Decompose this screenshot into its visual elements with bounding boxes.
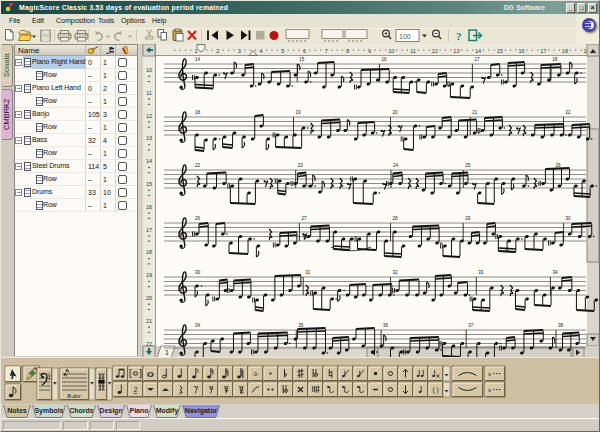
svg-text:17: 17 bbox=[474, 57, 480, 62]
svg-text:100: 100 bbox=[399, 33, 411, 40]
svg-text:s: s bbox=[488, 387, 491, 393]
svg-text:10: 10 bbox=[146, 67, 152, 73]
svg-text:8: 8 bbox=[346, 48, 349, 54]
svg-text:11: 11 bbox=[146, 90, 152, 96]
svg-text:12: 12 bbox=[432, 48, 438, 54]
svg-text:11: 11 bbox=[410, 48, 416, 54]
svg-text:13: 13 bbox=[146, 135, 152, 141]
svg-text:-3-: -3- bbox=[252, 371, 259, 377]
svg-text:31: 31 bbox=[305, 270, 311, 275]
svg-text:28: 28 bbox=[393, 216, 399, 221]
svg-text:6: 6 bbox=[303, 48, 306, 54]
svg-text:14: 14 bbox=[195, 57, 201, 62]
svg-text:4: 4 bbox=[260, 48, 263, 54]
svg-text:26: 26 bbox=[555, 163, 561, 168]
svg-text:38: 38 bbox=[558, 323, 564, 328]
svg-text:18: 18 bbox=[195, 110, 201, 115]
svg-text:33: 33 bbox=[478, 270, 484, 275]
svg-text:12: 12 bbox=[146, 113, 152, 119]
svg-text:22: 22 bbox=[566, 110, 572, 115]
svg-text:18: 18 bbox=[562, 48, 568, 54]
svg-text:25: 25 bbox=[465, 163, 471, 168]
svg-text:20: 20 bbox=[393, 110, 399, 115]
svg-text:21: 21 bbox=[146, 318, 152, 324]
svg-text:34: 34 bbox=[552, 270, 558, 275]
svg-text:30: 30 bbox=[566, 216, 572, 221]
svg-text:2: 2 bbox=[216, 48, 219, 54]
svg-text:21: 21 bbox=[472, 110, 478, 115]
svg-text:B-dur: B-dur bbox=[67, 393, 82, 399]
svg-text:35: 35 bbox=[298, 323, 304, 328]
svg-text:19: 19 bbox=[296, 110, 302, 115]
svg-text:37: 37 bbox=[468, 323, 474, 328]
svg-text:1: 1 bbox=[165, 349, 169, 356]
svg-text:18: 18 bbox=[552, 57, 558, 62]
svg-text:24: 24 bbox=[393, 163, 399, 168]
svg-text:14: 14 bbox=[146, 158, 152, 164]
svg-text:15: 15 bbox=[299, 57, 305, 62]
svg-text:22: 22 bbox=[195, 163, 201, 168]
svg-text:13: 13 bbox=[453, 48, 459, 54]
svg-text:16: 16 bbox=[381, 57, 387, 62]
svg-text:7: 7 bbox=[325, 48, 328, 54]
svg-text:26: 26 bbox=[195, 216, 201, 221]
svg-text:18: 18 bbox=[146, 249, 152, 255]
svg-text:32: 32 bbox=[393, 270, 399, 275]
svg-text:5: 5 bbox=[281, 48, 284, 54]
svg-text:30: 30 bbox=[195, 270, 201, 275]
svg-text:( ): ( ) bbox=[432, 386, 438, 394]
svg-text:15: 15 bbox=[497, 48, 503, 54]
svg-text:3: 3 bbox=[238, 48, 241, 54]
svg-text:16: 16 bbox=[518, 48, 524, 54]
svg-text:16: 16 bbox=[146, 204, 152, 210]
svg-text:14: 14 bbox=[475, 48, 481, 54]
svg-text:23: 23 bbox=[298, 163, 304, 168]
svg-text:s: s bbox=[488, 371, 491, 377]
svg-text:15: 15 bbox=[146, 181, 152, 187]
svg-text:17: 17 bbox=[540, 48, 546, 54]
svg-text:17: 17 bbox=[146, 227, 152, 233]
svg-text:?: ? bbox=[456, 30, 462, 42]
svg-text:2: 2 bbox=[134, 386, 138, 393]
svg-text:34: 34 bbox=[195, 323, 201, 328]
svg-text:36: 36 bbox=[383, 323, 389, 328]
svg-text:20: 20 bbox=[146, 295, 152, 301]
svg-text:29: 29 bbox=[465, 216, 471, 221]
svg-text:19: 19 bbox=[146, 272, 152, 278]
svg-text:27: 27 bbox=[301, 216, 307, 221]
svg-text:9: 9 bbox=[368, 48, 371, 54]
svg-text:10: 10 bbox=[388, 48, 394, 54]
